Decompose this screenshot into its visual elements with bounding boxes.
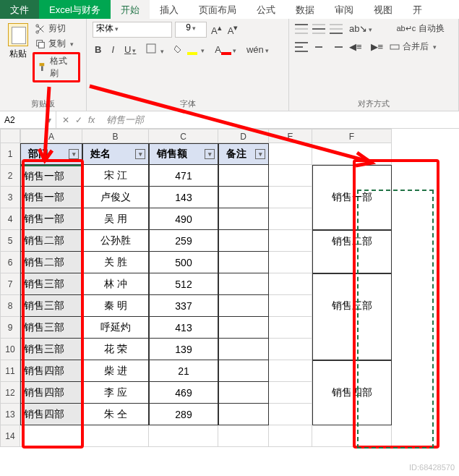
row-header[interactable]: 1 (0, 143, 20, 165)
cell-sales[interactable]: 512 (149, 273, 218, 295)
cell[interactable] (269, 404, 312, 425)
row-header[interactable]: 12 (0, 382, 20, 404)
cell[interactable] (269, 382, 312, 404)
tab-insert[interactable]: 插入 (150, 0, 189, 19)
font-color-button[interactable]: A (213, 43, 239, 56)
cell-dept[interactable]: 销售三部 (20, 339, 82, 360)
row-header[interactable]: 14 (0, 425, 20, 447)
font-size-select[interactable]: 9 (175, 22, 207, 38)
cell[interactable] (312, 425, 392, 447)
cell[interactable] (149, 425, 218, 447)
cell-name[interactable]: 关 胜 (82, 252, 149, 273)
cell[interactable] (269, 230, 312, 252)
cell-note[interactable] (218, 208, 269, 230)
cell-merged-dept[interactable]: 销售二部 (312, 230, 392, 252)
cell-name[interactable]: 李 应 (82, 382, 149, 404)
copy-button[interactable]: 复制 (33, 37, 80, 51)
row-header[interactable]: 4 (0, 208, 20, 230)
increase-font-button[interactable]: A▴ (210, 23, 223, 36)
phonetic-button[interactable]: wén (244, 43, 271, 56)
row-header[interactable]: 6 (0, 252, 20, 273)
cell[interactable] (269, 425, 312, 447)
fill-color-button[interactable] (172, 43, 207, 56)
cell-merged-dept[interactable]: 销售一部 (312, 187, 392, 208)
cell-name[interactable]: 花 荣 (82, 339, 149, 360)
cell-sales[interactable]: 259 (149, 230, 218, 252)
filter-button[interactable]: ▾ (255, 149, 265, 159)
cell-merged-dept[interactable] (312, 208, 392, 230)
cell-dept[interactable]: 销售二部 (20, 230, 82, 252)
cell[interactable] (269, 143, 312, 165)
cell-merged-dept[interactable] (312, 252, 392, 273)
tab-file[interactable]: 文件 (0, 0, 39, 19)
cell-merged-dept[interactable] (312, 339, 392, 360)
cell-note[interactable] (218, 230, 269, 252)
cell-sales[interactable]: 500 (149, 252, 218, 273)
cell-dept[interactable]: 销售一部 (20, 208, 82, 230)
cell-note[interactable] (218, 273, 269, 295)
cell-dept[interactable]: 销售一部 (20, 165, 82, 187)
cell-sales[interactable]: 413 (149, 317, 218, 339)
cell-merged-dept[interactable] (312, 317, 392, 339)
cell-note[interactable] (218, 339, 269, 360)
cell-note[interactable] (218, 165, 269, 187)
cell[interactable] (269, 339, 312, 360)
cell-sales[interactable]: 289 (149, 404, 218, 425)
cell-merged-dept[interactable]: 销售三部 (312, 295, 392, 317)
cell-note[interactable] (218, 252, 269, 273)
filter-button[interactable]: ▾ (135, 149, 145, 159)
cut-button[interactable]: 剪切 (33, 22, 80, 35)
row-header[interactable]: 8 (0, 295, 20, 317)
italic-button[interactable]: I (109, 43, 116, 56)
row-header[interactable]: 5 (0, 230, 20, 252)
column-header-D[interactable]: D (218, 129, 269, 143)
merge-center-button[interactable]: 合并后 (390, 41, 437, 53)
cell[interactable] (82, 425, 149, 447)
cell-dept[interactable]: 销售四部 (20, 382, 82, 404)
increase-indent-button[interactable]: ▶≡ (369, 40, 386, 54)
underline-button[interactable]: U (122, 43, 138, 56)
header-note[interactable]: 备注▾ (218, 143, 269, 165)
cell-merged-dept[interactable]: 销售四部 (312, 382, 392, 404)
column-header-B[interactable]: B (82, 129, 149, 143)
cell-dept[interactable]: 销售四部 (20, 404, 82, 425)
header-sales[interactable]: 销售额▾ (149, 143, 218, 165)
row-header[interactable]: 7 (0, 273, 20, 295)
align-top-button[interactable] (295, 24, 308, 34)
cell-sales[interactable]: 471 (149, 165, 218, 187)
filter-button[interactable]: ▾ (205, 149, 215, 159)
tab-formula[interactable]: 公式 (246, 0, 286, 19)
tab-home[interactable]: 开始 (111, 0, 150, 19)
cell[interactable] (269, 295, 312, 317)
select-all-corner[interactable] (0, 129, 20, 143)
row-header[interactable]: 13 (0, 404, 20, 425)
align-middle-button[interactable] (312, 24, 325, 34)
cell[interactable] (20, 425, 82, 447)
cell-dept[interactable]: 销售二部 (20, 252, 82, 273)
cell-dept[interactable]: 销售三部 (20, 317, 82, 339)
decrease-indent-button[interactable]: ◀≡ (347, 40, 364, 54)
cell-name[interactable]: 卢俊义 (82, 187, 149, 208)
name-box[interactable]: A2▾ (0, 111, 56, 128)
formula-input[interactable]: 销售一部 (100, 114, 459, 127)
align-bottom-button[interactable] (330, 24, 343, 34)
confirm-formula-button[interactable]: ✓ (75, 115, 82, 125)
cell-note[interactable] (218, 295, 269, 317)
cell-merged-dept[interactable] (312, 165, 392, 187)
row-header[interactable]: 11 (0, 360, 20, 382)
row-header[interactable]: 10 (0, 339, 20, 360)
cell-name[interactable]: 宋 江 (82, 165, 149, 187)
cell-sales[interactable]: 469 (149, 382, 218, 404)
column-header-C[interactable]: C (149, 129, 218, 143)
tab-page-layout[interactable]: 页面布局 (189, 0, 246, 19)
cell-name[interactable]: 柴 进 (82, 360, 149, 382)
align-left-button[interactable] (295, 42, 308, 52)
cell-dept[interactable]: 销售三部 (20, 273, 82, 295)
cell-merged-dept[interactable] (312, 360, 392, 382)
tab-view[interactable]: 视图 (364, 0, 403, 19)
cell-note[interactable] (218, 317, 269, 339)
cell[interactable] (269, 165, 312, 187)
cell-name[interactable]: 林 冲 (82, 273, 149, 295)
cell-name[interactable]: 公孙胜 (82, 230, 149, 252)
cell-merged-dept[interactable] (312, 404, 392, 425)
